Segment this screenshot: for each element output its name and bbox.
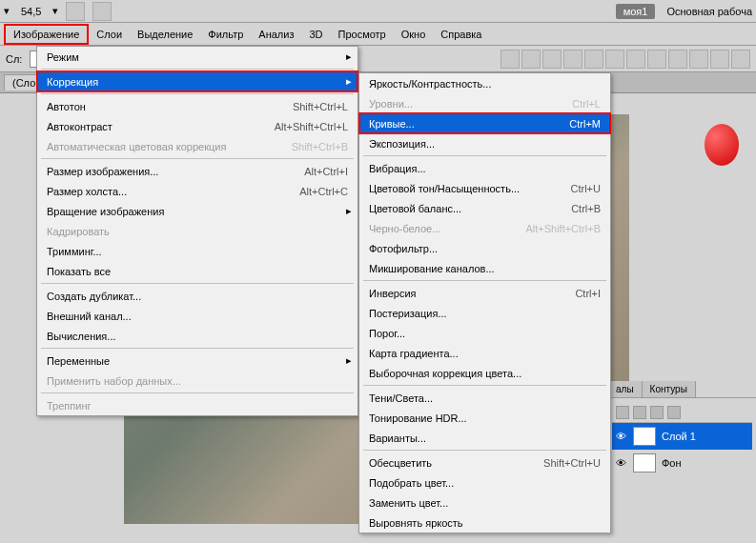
layer-filter-icon[interactable]	[616, 406, 629, 419]
menu-item[interactable]: Порог...	[359, 323, 610, 343]
layer-thumbnail[interactable]	[633, 427, 656, 446]
workspace-name: Основная рабоча	[666, 6, 752, 17]
menu-item[interactable]: Выровнять яркость	[359, 513, 610, 533]
menu-item-shortcut: Shift+Ctrl+L	[293, 101, 348, 112]
menu-item-shortcut: Alt+Shift+Ctrl+L	[275, 121, 348, 132]
menu-window[interactable]: Окно	[394, 26, 434, 43]
menu-item[interactable]: Тримминг...	[37, 241, 358, 261]
align-icon[interactable]	[563, 50, 582, 69]
menu-item[interactable]: ОбесцветитьShift+Ctrl+U	[359, 452, 610, 473]
menu-item[interactable]: Заменить цвет...	[359, 493, 610, 513]
menu-item-label: Автотон	[47, 101, 293, 112]
arrange-docs-icon[interactable]	[92, 2, 112, 21]
menu-selection[interactable]: Выделение	[130, 26, 200, 43]
menu-image[interactable]: Изображение	[4, 24, 89, 45]
layer-misc-icon[interactable]	[667, 406, 681, 419]
menu-separator	[41, 283, 354, 284]
submenu-arrow-icon: ▸	[346, 354, 352, 367]
menu-item[interactable]: Микширование каналов...	[359, 258, 610, 278]
menu-separator	[41, 158, 354, 159]
distribute-icon[interactable]	[626, 50, 645, 69]
menu-item-label: Яркость/Контрастность...	[369, 78, 601, 90]
menu-item-label: Инверсия	[369, 288, 575, 299]
menu-item[interactable]: Вибрация...	[359, 158, 610, 178]
menu-item-label: Кривые...	[369, 118, 569, 130]
menu-separator	[41, 93, 354, 94]
menu-item[interactable]: Переменные▸	[37, 351, 358, 371]
layer-row[interactable]: 👁 Слой 1	[612, 423, 752, 450]
distribute-icon[interactable]	[647, 50, 666, 69]
distribute-icon[interactable]	[731, 50, 750, 69]
menu-item-shortcut: Ctrl+I	[575, 288, 601, 299]
menu-item[interactable]: Вращение изображения▸	[37, 201, 358, 221]
panel-tab-paths[interactable]: Контуры	[643, 381, 696, 397]
menu-help[interactable]: Справка	[433, 26, 489, 43]
main-menubar: Изображение Слои Выделение Фильтр Анализ…	[0, 23, 756, 46]
menu-item[interactable]: Цветовой баланс...Ctrl+B	[359, 198, 610, 218]
menu-item[interactable]: Кривые...Ctrl+M	[359, 113, 610, 133]
menu-item[interactable]: Экспозиция...	[359, 133, 610, 153]
application-toolbar: ▾ 54,5 ▾ моя1 Основная рабоча	[0, 0, 756, 23]
menu-item[interactable]: Коррекция▸	[37, 71, 358, 91]
screen-mode-icon[interactable]	[66, 2, 85, 21]
menu-item-label: Цветовой тон/Насыщенность...	[369, 183, 571, 194]
image-menu-dropdown: Режим▸Коррекция▸АвтотонShift+Ctrl+LАвток…	[36, 46, 358, 416]
menu-item[interactable]: Размер холста...Alt+Ctrl+C	[37, 181, 358, 201]
menu-item[interactable]: Показать все	[37, 261, 358, 281]
layer-row[interactable]: 👁 Фон	[612, 450, 752, 476]
menu-view[interactable]: Просмотр	[331, 26, 394, 43]
distribute-icon[interactable]	[668, 50, 687, 69]
layer-thumbnail[interactable]	[633, 453, 656, 473]
menu-item[interactable]: Размер изображения...Alt+Ctrl+I	[37, 161, 358, 181]
visibility-icon[interactable]: 👁	[616, 431, 627, 442]
menu-item-shortcut: Shift+Ctrl+B	[292, 141, 348, 152]
panel-tab-channels[interactable]: алы	[608, 381, 643, 397]
distribute-icon[interactable]	[710, 50, 729, 69]
align-icon[interactable]	[521, 50, 541, 69]
align-icon[interactable]	[542, 50, 562, 69]
align-icon[interactable]	[584, 50, 603, 69]
layer-move-icon[interactable]	[650, 406, 664, 419]
menu-item[interactable]: Цветовой тон/Насыщенность...Ctrl+U	[359, 178, 610, 198]
menu-item-label: Тени/Света...	[369, 392, 601, 404]
menu-item[interactable]: Создать дубликат...	[37, 286, 358, 306]
zoom-level[interactable]: 54,5	[17, 6, 45, 17]
menu-item-shortcut: Ctrl+U	[571, 183, 601, 194]
menu-3d[interactable]: 3D	[301, 26, 330, 43]
menu-filter[interactable]: Фильтр	[200, 26, 251, 43]
align-icon[interactable]	[605, 50, 624, 69]
menu-item[interactable]: АвтоконтрастAlt+Shift+Ctrl+L	[37, 116, 358, 136]
layer-lock-icon[interactable]	[633, 406, 646, 419]
menu-item[interactable]: Режим▸	[37, 47, 358, 67]
menu-item[interactable]: Фотофильтр...	[359, 238, 610, 258]
menu-item[interactable]: Тени/Света...	[359, 388, 610, 408]
menu-item[interactable]: Подобрать цвет...	[359, 473, 610, 493]
menu-item-label: Вращение изображения	[47, 206, 348, 217]
menu-item-label: Выровнять яркость	[369, 517, 601, 529]
workspace-badge[interactable]: моя1	[616, 4, 656, 19]
distribute-icon[interactable]	[689, 50, 708, 69]
menu-item[interactable]: ИнверсияCtrl+I	[359, 283, 610, 303]
menu-item[interactable]: Выборочная коррекция цвета...	[359, 363, 610, 383]
menu-item[interactable]: Карта градиента...	[359, 343, 610, 363]
zoom-dropdown-icon[interactable]: ▾	[52, 5, 58, 17]
submenu-arrow-icon: ▸	[346, 75, 352, 88]
menu-item[interactable]: Вычисления...	[37, 326, 358, 346]
visibility-icon[interactable]: 👁	[616, 457, 627, 469]
app-menu-icon[interactable]: ▾	[4, 5, 10, 17]
menu-item[interactable]: Постеризация...	[359, 303, 610, 323]
menu-item-label: Микширование каналов...	[369, 263, 601, 274]
menu-item-label: Заменить цвет...	[369, 497, 601, 509]
menu-item[interactable]: АвтотонShift+Ctrl+L	[37, 96, 358, 116]
menu-item-label: Уровни...	[369, 98, 572, 110]
menu-analysis[interactable]: Анализ	[251, 26, 301, 43]
menu-item: Уровни...Ctrl+L	[359, 93, 610, 113]
menu-item[interactable]: Яркость/Контрастность...	[359, 73, 610, 93]
align-icon[interactable]	[501, 50, 520, 69]
menu-item[interactable]: Варианты...	[359, 428, 610, 448]
menu-layers[interactable]: Слои	[89, 26, 130, 43]
menu-item: Кадрировать	[37, 221, 358, 241]
menu-separator	[41, 392, 354, 393]
menu-item[interactable]: Тонирование HDR...	[359, 408, 610, 428]
menu-item[interactable]: Внешний канал...	[37, 306, 358, 326]
